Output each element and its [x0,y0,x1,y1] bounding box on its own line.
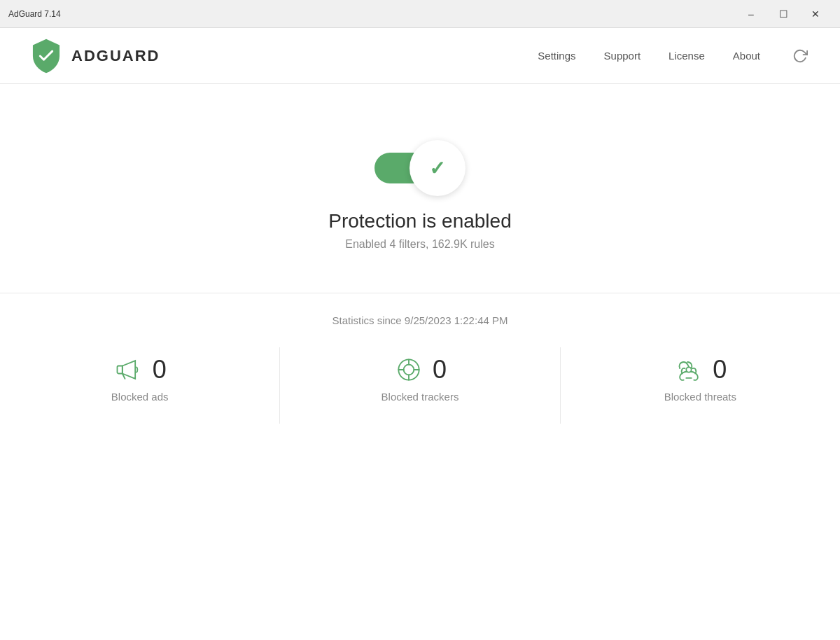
stat-blocked-threats: 0 Blocked threats [561,347,840,424]
window-controls: – ☐ ✕ [735,4,832,25]
app-title: AdGuard 7.14 [8,9,61,19]
megaphone-icon [113,354,144,385]
biohazard-icon [673,354,704,385]
stat-trackers-icon-row: 0 [393,354,447,385]
blocked-ads-label: Blocked ads [111,391,169,403]
stat-blocked-trackers: 0 Blocked trackers [280,347,560,424]
logo: ADGUARD [28,38,160,74]
blocked-trackers-count: 0 [433,355,447,384]
stat-threats-icon-row: 0 [673,354,727,385]
refresh-button[interactable] [788,44,812,68]
blocked-ads-count: 0 [153,355,167,384]
stats-since-label: Statistics since 9/25/2023 1:22:44 PM [0,314,840,326]
main-content: ✓ Protection is enabled Enabled 4 filter… [0,84,840,640]
blocked-trackers-label: Blocked trackers [382,391,459,403]
nav-support[interactable]: Support [604,50,641,62]
stat-ads-icon-row: 0 [113,354,167,385]
protection-subtitle: Enabled 4 filters, 162.9K rules [345,238,494,251]
close-button[interactable]: ✕ [799,4,832,25]
blocked-threats-count: 0 [713,355,727,384]
logo-text: ADGUARD [71,47,160,65]
svg-point-1 [404,365,414,375]
header: ADGUARD Settings Support License About [0,28,840,84]
nav-about[interactable]: About [733,50,760,62]
check-icon: ✓ [429,157,445,180]
toggle-wrapper[interactable]: ✓ [374,140,465,196]
title-bar: AdGuard 7.14 – ☐ ✕ [0,0,840,28]
nav: Settings Support License About [538,44,812,68]
toggle-knob: ✓ [410,140,465,196]
stat-blocked-ads: 0 Blocked ads [0,347,280,424]
stats-grid: 0 Blocked ads 0 [0,347,840,424]
stats-section: Statistics since 9/25/2023 1:22:44 PM 0 … [0,293,840,424]
nav-license[interactable]: License [668,50,705,62]
shield-icon [28,38,64,74]
nav-settings[interactable]: Settings [538,50,575,62]
maximize-button[interactable]: ☐ [767,4,799,25]
refresh-icon [792,48,808,64]
target-icon [393,354,424,385]
minimize-button[interactable]: – [735,4,767,25]
protection-title: Protection is enabled [328,210,512,232]
blocked-threats-label: Blocked threats [664,391,736,403]
protection-section: ✓ Protection is enabled Enabled 4 filter… [328,140,512,251]
